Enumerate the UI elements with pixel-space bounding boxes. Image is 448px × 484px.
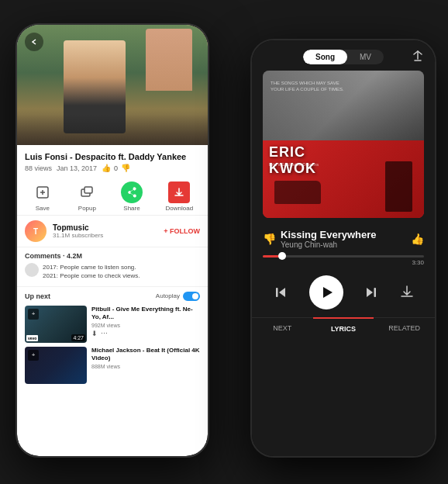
next-button[interactable]	[364, 285, 379, 300]
video-meta: 88 views Jan 13, 2017 👍 0 👎	[25, 164, 200, 172]
progress-bar[interactable]	[263, 255, 424, 258]
tab-related[interactable]: RELATED	[374, 318, 435, 339]
comment-text: 2017: People came to listen song. 2021: …	[43, 263, 140, 280]
channel-name: Topmusic	[53, 223, 164, 232]
download-button-right[interactable]	[400, 285, 414, 301]
tab-group: Song MV	[303, 50, 384, 64]
video-thumbnail-1: + vevo 4:27	[25, 306, 87, 343]
artist-name-overlay: ERICKWOK	[269, 144, 316, 177]
comment-avatar	[25, 263, 39, 277]
tab-next[interactable]: NEXT	[252, 318, 313, 339]
view-count: 88 views	[25, 164, 52, 172]
comments-header: Comments · 4.2M	[25, 252, 200, 260]
video-item-info-1: Pitbull - Give Me Everything ft. Ne-Yo, …	[91, 306, 200, 338]
download-label: Download	[166, 205, 194, 212]
list-item: + vevo 4:27 Pitbull - Give Me Everything…	[25, 306, 200, 343]
popup-label: Popup	[78, 205, 96, 212]
svg-rect-4	[276, 288, 278, 297]
autoplay-label: Autoplay	[156, 292, 180, 299]
video-item-views-1: 992M views	[91, 323, 200, 328]
video-item-info-2: Michael Jackson - Beat It (Official 4K V…	[91, 347, 200, 370]
video-info: Luis Fonsi - Despacito ft. Daddy Yankee …	[17, 145, 208, 175]
download-icon	[168, 182, 190, 203]
tab-lyrics[interactable]: LYRICS	[313, 317, 374, 339]
channel-section: T Topmusic 31.1M subscribers + FOLLOW	[17, 216, 208, 247]
add-icon[interactable]: +	[28, 309, 39, 320]
channel-subscribers: 31.1M subscribers	[53, 232, 164, 239]
time-row: 3:30	[263, 259, 424, 266]
phone-left: Luis Fonsi - Despacito ft. Daddy Yankee …	[16, 23, 209, 458]
autoplay-row: Autoplay	[156, 292, 200, 301]
more-icon[interactable]: ⋯	[101, 330, 108, 337]
upload-date: Jan 13, 2017	[57, 164, 97, 172]
scene: Luis Fonsi - Despacito ft. Daddy Yankee …	[0, 0, 448, 484]
tab-mv[interactable]: MV	[347, 50, 384, 64]
share-icon	[121, 182, 143, 203]
progress-dot	[278, 252, 286, 260]
figure-shape	[385, 161, 412, 212]
up-next-section: Up next Autoplay + vevo 4:27 Pitbull - G…	[17, 287, 208, 391]
video-area	[17, 25, 208, 145]
song-info: 👎 Kissing Everywhere Yeung Chin-wah 👍	[252, 224, 435, 252]
download-small-icon[interactable]: ⬇	[91, 330, 98, 337]
music-tabs-row: Song MV	[252, 40, 435, 71]
thumbup-icon[interactable]: 👍	[102, 164, 111, 172]
dislike-button[interactable]: 👎	[263, 233, 276, 245]
play-button[interactable]	[309, 275, 343, 309]
video-title: Luis Fonsi - Despacito ft. Daddy Yankee	[25, 151, 200, 162]
bottom-tabs: NEXT LYRICS RELATED	[252, 317, 435, 339]
action-buttons: Save Popup	[17, 175, 208, 216]
phone-right: Song MV THE SONGS WHICH MAY SAVE YOUR LI…	[250, 39, 436, 458]
vevo-badge: vevo	[26, 335, 38, 341]
tab-song[interactable]: Song	[303, 50, 347, 64]
thumbdown-icon[interactable]: 👎	[121, 164, 130, 172]
download-button[interactable]: Download	[166, 182, 194, 212]
up-next-header: Up next Autoplay	[25, 292, 200, 301]
svg-marker-5	[323, 287, 333, 298]
svg-rect-2	[84, 187, 92, 193]
autoplay-toggle[interactable]	[183, 292, 200, 301]
prev-button[interactable]	[273, 285, 288, 300]
truck-shape	[274, 181, 321, 204]
like-dislike-row: 👍 0 👎	[102, 164, 130, 172]
video-person	[146, 29, 192, 91]
list-item: + Michael Jackson - Beat It (Official 4K…	[25, 347, 200, 384]
svg-rect-7	[374, 288, 377, 297]
left-screen: Luis Fonsi - Despacito ft. Daddy Yankee …	[17, 25, 208, 456]
album-top-section: THE SONGS WHICH MAY SAVE YOUR LIFE A COU…	[263, 71, 424, 140]
album-art-container: THE SONGS WHICH MAY SAVE YOUR LIFE A COU…	[252, 71, 435, 224]
video-overlay	[17, 114, 208, 145]
share-label: Share	[123, 205, 140, 212]
save-icon	[32, 182, 53, 203]
save-label: Save	[36, 205, 50, 212]
video-thumbnail-2: +	[25, 347, 87, 384]
like-button[interactable]: 👍	[411, 233, 424, 245]
channel-info: Topmusic 31.1M subscribers	[53, 223, 164, 239]
back-button[interactable]	[25, 33, 43, 51]
video-item-actions-1: ⬇ ⋯	[91, 330, 200, 337]
total-time: 3:30	[412, 259, 424, 266]
share-button-right[interactable]	[412, 50, 424, 64]
playback-controls	[252, 269, 435, 314]
video-item-views-2: 888M views	[91, 364, 200, 369]
svg-marker-6	[367, 288, 373, 297]
album-art: THE SONGS WHICH MAY SAVE YOUR LIFE A COU…	[263, 71, 424, 218]
video-duration-1: 4:27	[71, 334, 85, 341]
channel-avatar: T	[25, 220, 47, 242]
up-next-label: Up next	[25, 292, 50, 300]
progress-area: 3:30	[252, 252, 435, 269]
song-title-wrap: Kissing Everywhere Yeung Chin-wah	[281, 229, 406, 249]
song-artist: Yeung Chin-wah	[281, 240, 406, 249]
follow-button[interactable]: + FOLLOW	[164, 227, 200, 235]
video-item-title-1: Pitbull - Give Me Everything ft. Ne-Yo, …	[91, 306, 200, 322]
comments-section: Comments · 4.2M 2017: People came to lis…	[17, 247, 208, 286]
popup-button[interactable]: Popup	[76, 182, 98, 212]
comment-item: 2017: People came to listen song. 2021: …	[25, 263, 200, 280]
song-title: Kissing Everywhere	[281, 229, 406, 240]
add-icon[interactable]: +	[28, 350, 39, 361]
share-button[interactable]: Share	[121, 182, 143, 212]
like-count: 0	[114, 164, 118, 172]
svg-marker-3	[279, 288, 285, 297]
video-item-title-2: Michael Jackson - Beat It (Official 4K V…	[91, 347, 200, 363]
save-button[interactable]: Save	[32, 182, 53, 212]
